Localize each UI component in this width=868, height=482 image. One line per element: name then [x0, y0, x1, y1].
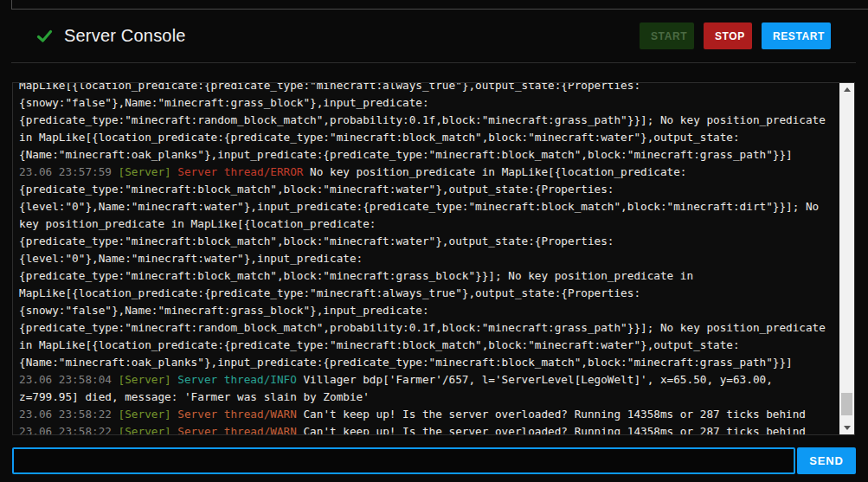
log-segment-info: Server thread/INFO: [177, 373, 303, 386]
log-segment-src: [Server]: [119, 373, 178, 386]
restart-button[interactable]: RESTART: [762, 22, 831, 49]
command-bar: SEND: [12, 447, 856, 474]
console-line: {level:"0"},Name:"minecraft:water"},inpu…: [19, 250, 839, 267]
console-header: Server Console START STOP RESTART: [11, 10, 856, 62]
console-line: 23.06 23:58:22 [Server] Server thread/WA…: [19, 406, 839, 423]
check-icon: [36, 28, 53, 44]
console-output[interactable]: MapLike[{location_predicate:{predicate_t…: [12, 82, 855, 435]
card-top-left-tick: [11, 0, 12, 9]
console-line: key position_predicate in MapLike[{locat…: [19, 215, 839, 233]
log-segment-msg: {level:"0"},Name:"minecraft:water"},inpu…: [19, 252, 363, 265]
scrollbar-down-arrow[interactable]: [839, 421, 854, 434]
console-line: {level:"0"},Name:"minecraft:water"},inpu…: [19, 198, 839, 215]
console-line: {predicate_type:"minecraft:random_block_…: [19, 319, 839, 337]
log-segment-msg: MapLike[{location_predicate:{predicate_t…: [19, 83, 640, 92]
log-segment-src: [Server]: [119, 408, 178, 421]
log-segment-msg: Villager bdp['Farmer'/657, l='ServerLeve…: [303, 373, 772, 386]
log-segment-msg: {Name:"minecraft:oak_planks"},input_pred…: [19, 356, 793, 369]
log-segment-msg: z=799.95] died, message: 'Farmer was sla…: [19, 390, 370, 403]
start-button[interactable]: START: [640, 22, 694, 49]
log-segment-msg: {Name:"minecraft:oak_planks"},input_pred…: [19, 148, 793, 161]
log-segment-msg: {snowy:"false"},Name:"minecraft:grass_bl…: [19, 96, 429, 109]
console-line: 23.06 23:57:59 [Server] Server thread/ER…: [19, 164, 839, 181]
console-line: {snowy:"false"},Name:"minecraft:grass_bl…: [19, 302, 839, 319]
log-segment-msg: {predicate_type:"minecraft:block_match",…: [19, 183, 614, 196]
log-segment-msg: {predicate_type:"minecraft:block_match",…: [19, 235, 614, 247]
console-line-partial: 23.06 23:58:22 [Server] Server thread/WA…: [19, 423, 839, 434]
log-segment-msg: Can't keep up! Is the server overloaded?…: [303, 425, 806, 434]
console-line: in MapLike[{location_predicate:{predicat…: [19, 129, 839, 146]
header-title-group: Server Console: [36, 26, 186, 46]
log-segment-ts: 23.06 23:58:22: [19, 408, 119, 421]
console-line: z=799.95] died, message: 'Farmer was sla…: [19, 389, 839, 406]
console-viewport: MapLike[{location_predicate:{predicate_t…: [13, 83, 839, 434]
log-segment-msg: {snowy:"false"},Name:"minecraft:grass_bl…: [19, 304, 429, 317]
header-divider: [11, 62, 856, 63]
log-segment-msg: {predicate_type:"minecraft:block_match",…: [19, 269, 693, 282]
log-segment-ts: 23.06 23:57:59: [19, 165, 119, 178]
log-segment-warn: Server thread/WARN: [177, 408, 303, 421]
console-line: {predicate_type:"minecraft:block_match",…: [19, 181, 839, 198]
log-segment-src: [Server]: [119, 165, 178, 178]
stop-button[interactable]: STOP: [704, 22, 752, 49]
console-log: MapLike[{location_predicate:{predicate_t…: [19, 83, 839, 434]
scrollbar-up-arrow[interactable]: [839, 83, 854, 96]
down-triangle-icon: [844, 426, 851, 430]
log-segment-msg: Can't keep up! Is the server overloaded?…: [303, 408, 806, 421]
console-line: {Name:"minecraft:oak_planks"},input_pred…: [19, 146, 839, 164]
server-control-buttons: START STOP RESTART: [640, 22, 831, 49]
console-line: {predicate_type:"minecraft:block_match",…: [19, 267, 839, 285]
send-button[interactable]: SEND: [797, 447, 856, 474]
log-segment-warn: Server thread/WARN: [177, 425, 303, 434]
log-segment-msg: No key position_predicate in MapLike[{lo…: [310, 165, 686, 178]
console-line: {snowy:"false"},Name:"minecraft:grass_bl…: [19, 94, 839, 112]
log-segment-msg: in MapLike[{location_predicate:{predicat…: [19, 131, 740, 144]
console-scrollbar[interactable]: [839, 83, 854, 434]
log-segment-err: Server thread/ERROR: [177, 165, 310, 178]
log-segment-msg: {predicate_type:"minecraft:random_block_…: [19, 321, 826, 334]
page-title: Server Console: [64, 26, 186, 46]
log-segment-ts: 23.06 23:58:22: [19, 425, 119, 434]
log-segment-msg: {level:"0"},Name:"minecraft:water"},inpu…: [19, 200, 819, 213]
console-line: 23.06 23:58:04 [Server] Server thread/IN…: [19, 371, 839, 389]
log-segment-msg: {predicate_type:"minecraft:random_block_…: [19, 113, 826, 126]
up-triangle-icon: [844, 87, 851, 92]
console-line: {predicate_type:"minecraft:block_match",…: [19, 233, 839, 250]
console-line: {predicate_type:"minecraft:random_block_…: [19, 112, 839, 129]
log-segment-msg: key position_predicate in MapLike[{locat…: [19, 217, 376, 230]
command-input[interactable]: [12, 447, 795, 474]
log-segment-ts: 23.06 23:58:04: [19, 373, 119, 386]
console-line: {Name:"minecraft:oak_planks"},input_pred…: [19, 354, 839, 371]
console-line: in MapLike[{location_predicate:{predicat…: [19, 337, 839, 354]
console-line: MapLike[{location_predicate:{predicate_t…: [19, 285, 839, 302]
log-segment-src: [Server]: [119, 425, 178, 434]
scrollbar-thumb[interactable]: [841, 393, 852, 415]
log-segment-msg: in MapLike[{location_predicate:{predicat…: [19, 338, 740, 351]
console-line: MapLike[{location_predicate:{predicate_t…: [19, 83, 839, 94]
log-segment-msg: MapLike[{location_predicate:{predicate_t…: [19, 286, 640, 299]
